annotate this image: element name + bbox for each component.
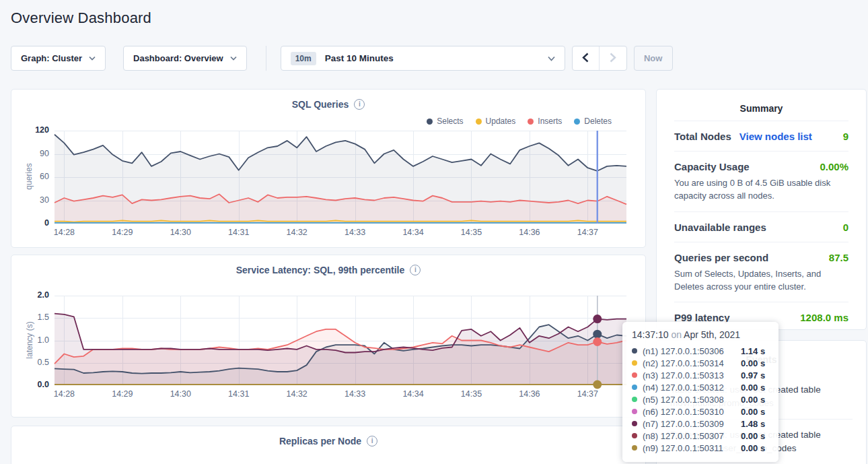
tooltip-node-row: (n1) 127.0.0.1:503061.14 s bbox=[632, 345, 769, 357]
series-dot-icon bbox=[427, 119, 433, 125]
x-axis-tick: 14:34 bbox=[402, 228, 423, 237]
summary-value: 9 bbox=[843, 131, 848, 142]
series-dot-icon bbox=[632, 445, 637, 451]
controls-bar: Graph: Cluster Dashboard: Overview 10m P… bbox=[11, 46, 673, 71]
series-dot-icon bbox=[632, 385, 637, 390]
x-axis-tick: 14:30 bbox=[170, 228, 191, 237]
tooltip-node-value: 0.00 s bbox=[741, 358, 765, 368]
graph-dropdown[interactable]: Graph: Cluster bbox=[11, 46, 106, 71]
chart-title: Replicas per Node bbox=[279, 436, 361, 446]
tooltip-node-value: 0.00 s bbox=[741, 383, 765, 393]
tooltip-node-value: 0.00 s bbox=[741, 395, 765, 405]
x-axis-tick: 14:29 bbox=[112, 228, 133, 237]
summary-label: Unavailable ranges bbox=[674, 222, 766, 233]
chart-legend: SelectsUpdatesInsertsDeletes bbox=[427, 117, 612, 126]
chevron-down-icon bbox=[230, 56, 237, 61]
dashboard-dropdown[interactable]: Dashboard: Overview bbox=[123, 46, 247, 71]
charts-column: SQL Queries i SelectsUpdatesInsertsDelet… bbox=[11, 89, 646, 464]
page-title: Overview Dashboard bbox=[11, 9, 151, 27]
time-range-label: Past 10 Minutes bbox=[325, 53, 394, 63]
latency-chart-card: Service Latency: SQL, 99th percentile i … bbox=[11, 255, 646, 418]
summary-value: 0 bbox=[843, 222, 848, 233]
summary-row-capacity: Capacity Usage 0.00% You are using 0 B o… bbox=[674, 151, 848, 211]
tooltip-node-value: 0.00 s bbox=[741, 407, 765, 417]
chevron-right-icon bbox=[610, 53, 616, 65]
x-axis-tick: 14:31 bbox=[228, 389, 249, 399]
x-axis-tick: 14:35 bbox=[461, 389, 482, 399]
summary-row-total-nodes: Total Nodes View nodes list 9 bbox=[674, 121, 848, 151]
now-button: Now bbox=[634, 46, 673, 71]
x-axis-tick: 14:36 bbox=[519, 228, 540, 237]
summary-row-qps: Queries per second 87.5 Sum of Selects, … bbox=[674, 242, 848, 302]
tooltip-node-row: (n7) 127.0.0.1:503091.48 s bbox=[632, 418, 769, 430]
summary-value: 87.5 bbox=[829, 252, 848, 263]
series-dot-icon bbox=[632, 348, 637, 354]
summary-subtext: You are using 0 B of 4.5 GiB usable disk… bbox=[674, 177, 848, 203]
graph-dropdown-label: Graph: Cluster bbox=[21, 53, 82, 63]
time-range-badge: 10m bbox=[291, 52, 316, 65]
y-axis-label: queries bbox=[24, 130, 34, 223]
y-axis-label: latency (s) bbox=[24, 295, 34, 385]
time-next-button bbox=[600, 46, 626, 70]
info-icon[interactable]: i bbox=[367, 436, 377, 446]
series-dot-icon bbox=[632, 421, 637, 426]
legend-item-deletes[interactable]: Deletes bbox=[574, 117, 612, 126]
x-axis-tick: 14:28 bbox=[54, 228, 75, 237]
tooltip-node-row: (n8) 127.0.0.1:503070.00 s bbox=[632, 430, 769, 442]
chart-title-row: Service Latency: SQL, 99th percentile i bbox=[11, 255, 645, 275]
series-dot-icon bbox=[574, 119, 580, 125]
tooltip-timestamp: 14:37:10 on Apr 5th, 2021 bbox=[632, 329, 769, 340]
tooltip-node-address: (n9) 127.0.0.1:50311 bbox=[643, 443, 741, 453]
x-axis-tick: 14:29 bbox=[112, 389, 133, 399]
summary-label: Capacity Usage bbox=[674, 161, 750, 172]
time-range-dropdown[interactable]: 10m Past 10 Minutes bbox=[281, 46, 565, 71]
summary-panel: Summary Total Nodes View nodes list 9 Ca… bbox=[656, 89, 867, 330]
x-axis-tick: 14:28 bbox=[54, 389, 75, 399]
series-dot-icon bbox=[632, 360, 637, 366]
info-icon[interactable]: i bbox=[354, 99, 365, 110]
info-icon[interactable]: i bbox=[410, 265, 421, 275]
tooltip-node-address: (n3) 127.0.0.1:50313 bbox=[643, 370, 741, 380]
series-dot-icon bbox=[632, 409, 637, 414]
series-dot-icon bbox=[476, 119, 482, 125]
summary-row-unavailable: Unavailable ranges 0 bbox=[674, 211, 848, 242]
legend-item-inserts[interactable]: Inserts bbox=[528, 117, 562, 126]
overview-dashboard-page: Overview Dashboard Graph: Cluster Dashbo… bbox=[0, 0, 868, 464]
controls-divider bbox=[266, 46, 266, 71]
chevron-left-icon bbox=[582, 53, 589, 65]
x-axis-tick: 14:35 bbox=[461, 228, 482, 237]
tooltip-node-row: (n2) 127.0.0.1:503140.00 s bbox=[632, 357, 769, 369]
sql-queries-plot-area[interactable]: 0306090120queries bbox=[55, 131, 626, 224]
dashboard-dropdown-label: Dashboard: Overview bbox=[133, 53, 223, 63]
summary-value: 1208.0 ms bbox=[800, 312, 848, 323]
chevron-down-icon bbox=[89, 56, 96, 61]
time-nav-group bbox=[572, 46, 627, 71]
tooltip-node-value: 0.97 s bbox=[741, 370, 765, 380]
view-nodes-list-link[interactable]: View nodes list bbox=[739, 131, 812, 142]
tooltip-node-address: (n2) 127.0.0.1:50314 bbox=[643, 358, 741, 368]
x-axis-ticks: 14:2814:2914:3014:3114:3214:3314:3414:35… bbox=[55, 228, 626, 238]
x-axis-tick: 14:34 bbox=[402, 389, 423, 399]
legend-item-selects[interactable]: Selects bbox=[427, 117, 463, 126]
latency-plot-area[interactable]: 0.00.51.01.52.0latency (s) bbox=[55, 296, 626, 385]
tooltip-node-value: 1.48 s bbox=[741, 419, 765, 429]
tooltip-node-value: 0.00 s bbox=[741, 443, 765, 453]
tooltip-node-rows: (n1) 127.0.0.1:503061.14 s(n2) 127.0.0.1… bbox=[632, 345, 769, 454]
series-dot-icon bbox=[632, 397, 637, 402]
tooltip-node-address: (n8) 127.0.0.1:50307 bbox=[643, 431, 741, 441]
legend-label: Updates bbox=[486, 117, 516, 126]
tooltip-node-address: (n4) 127.0.0.1:50312 bbox=[643, 383, 741, 393]
tooltip-node-value: 0.00 s bbox=[741, 431, 765, 441]
tooltip-node-row: (n6) 127.0.0.1:503100.00 s bbox=[632, 405, 769, 418]
chevron-down-icon bbox=[548, 56, 555, 61]
legend-item-updates[interactable]: Updates bbox=[476, 117, 516, 126]
x-axis-ticks: 14:2814:2914:3014:3114:3214:3314:3414:35… bbox=[55, 389, 626, 400]
legend-label: Selects bbox=[437, 117, 463, 126]
tooltip-node-value: 1.14 s bbox=[741, 346, 765, 356]
summary-label: Total Nodes bbox=[674, 131, 731, 142]
chart-title: SQL Queries bbox=[292, 99, 349, 110]
tooltip-node-address: (n5) 127.0.0.1:50308 bbox=[643, 395, 741, 405]
tooltip-node-address: (n1) 127.0.0.1:50306 bbox=[643, 346, 741, 356]
time-prev-button[interactable] bbox=[573, 46, 600, 70]
tooltip-node-row: (n3) 127.0.0.1:503130.97 s bbox=[632, 369, 769, 381]
